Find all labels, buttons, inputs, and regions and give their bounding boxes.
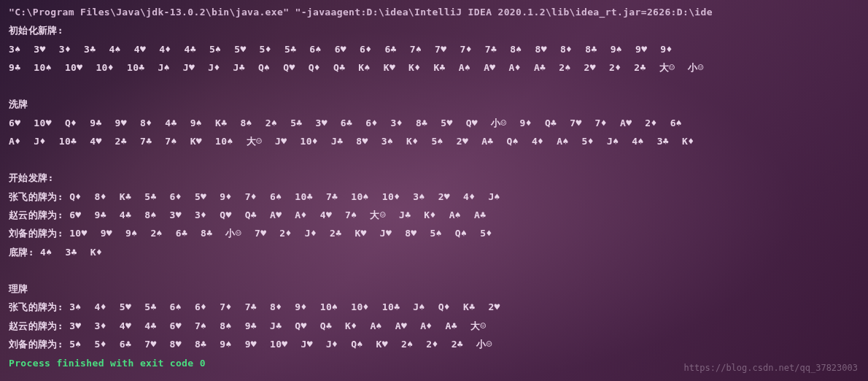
shuffle-row2: A♦J♦10♣4♥2♣7♣7♠K♥10♠大☺J♥10♦J♣8♥3♠K♦5♠2♥A… bbox=[9, 132, 859, 150]
init-row1: 3♠3♥3♦3♣4♠4♥4♦4♣5♠5♥5♦5♣6♠6♥6♦6♣7♠7♥7♦7♣… bbox=[9, 40, 859, 58]
dipai: 底牌: 4♠3♣K♦ bbox=[9, 243, 859, 261]
liubei-sorted: 刘备的牌为: 5♠5♦6♣7♥8♥8♣9♠9♥10♥J♥J♦Q♠K♥2♠2♦2♣… bbox=[9, 335, 859, 353]
zhangfei-deal: 张飞的牌为: Q♦8♦K♣5♣6♦5♥9♦7♦6♠10♣7♣10♠10♦3♠2♥… bbox=[9, 188, 859, 206]
init-label: 初始化新牌: bbox=[9, 21, 859, 39]
shuffle-row1: 6♥10♥Q♦9♣9♥8♦4♣9♠K♣8♠2♠5♣3♥6♣6♦3♦8♣5♥Q♥小… bbox=[9, 114, 859, 132]
zhaoyun-sorted: 赵云的牌为: 3♥3♦4♥4♣6♥7♠8♠9♣J♣Q♥Q♣K♦A♠A♥A♦A♣大… bbox=[9, 317, 859, 335]
command-line: "C:\Program Files\Java\jdk-13.0.2\bin\ja… bbox=[9, 3, 859, 21]
init-row2: 9♣10♠10♥10♦10♣J♠J♥J♦J♣Q♠Q♥Q♦Q♣K♠K♥K♦K♣A♠… bbox=[9, 58, 859, 77]
deal-label: 开始发牌: bbox=[9, 169, 859, 187]
liubei-deal: 刘备的牌为: 10♥9♥9♠2♠6♣8♣小☺7♥2♦J♦2♣K♥J♥8♥5♠Q♠… bbox=[9, 224, 859, 242]
zhaoyun-deal: 赵云的牌为: 6♥9♣4♣8♠3♥3♦Q♥Q♣A♥A♦4♥7♠大☺J♣K♦A♠A… bbox=[9, 206, 859, 224]
shuffle-label: 洗牌 bbox=[9, 95, 859, 113]
sort-label: 理牌 bbox=[9, 280, 859, 298]
zhangfei-sorted: 张飞的牌为: 3♠4♦5♥5♣6♠6♦7♦7♣8♦9♦10♠10♦10♣J♠Q♦… bbox=[9, 298, 859, 316]
watermark: https://blog.csdn.net/qq_37823003 bbox=[684, 360, 858, 377]
